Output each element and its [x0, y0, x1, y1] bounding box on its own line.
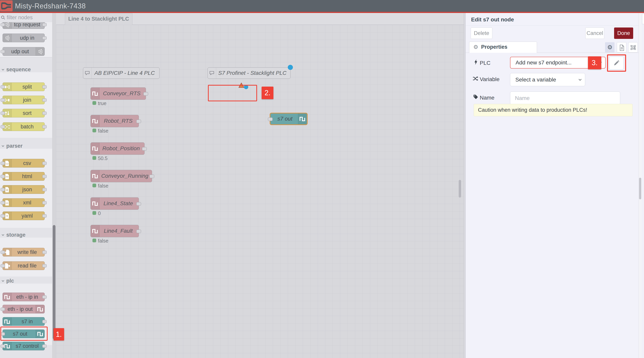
tab-properties[interactable]: ⚙ Properties: [469, 42, 537, 53]
palette-node-yaml[interactable]: Y yaml: [2, 211, 45, 220]
input-port[interactable]: [268, 117, 273, 121]
gear-icon: ⚙: [607, 44, 612, 51]
status-dot-icon: [92, 129, 96, 132]
flow-node-line4-state[interactable]: Line4_State: [90, 197, 139, 210]
flow-node-s7-out-selected[interactable]: s7 out: [270, 113, 308, 125]
palette-category-sequence[interactable]: sequence: [0, 67, 52, 72]
palette-node-sort[interactable]: sort: [2, 109, 45, 117]
palette-node-csv[interactable]: 1,2 csv: [2, 159, 45, 168]
gear-icon: ⚙: [473, 44, 478, 50]
filter-placeholder: filter nodes: [7, 14, 33, 21]
waves-icon: [3, 34, 12, 42]
input-port: [0, 98, 5, 102]
svg-text:Y: Y: [6, 215, 8, 218]
output-port: [42, 295, 46, 299]
palette-node-read-file[interactable]: read file: [2, 261, 45, 270]
flow-node-conveyor-rts[interactable]: Conveyor_RTS: [90, 87, 146, 100]
palette-node-write-file[interactable]: write file: [2, 248, 45, 256]
palette-node-json[interactable]: {} json: [2, 185, 45, 194]
palette-node-s7-in[interactable]: s7 in: [2, 317, 45, 326]
name-input[interactable]: [510, 92, 620, 105]
pulse-icon: [91, 115, 100, 127]
canvas-scrollbar[interactable]: [459, 180, 461, 197]
comment-node-s7-profinet-stacklight-plc[interactable]: S7 Profinet - Stacklight PLC: [208, 67, 290, 79]
palette-node-udp-in[interactable]: udp in: [2, 34, 45, 42]
edit-panel-tabs: ⚙ Properties ⚙: [466, 42, 639, 53]
palette-node-split[interactable]: split: [2, 82, 45, 91]
sidebar-edge-box: [642, 14, 644, 24]
panel-resize-handle[interactable]: [464, 13, 466, 358]
output-port: [42, 201, 46, 204]
svg-text:<>: <>: [6, 176, 8, 178]
input-port: [0, 264, 5, 267]
palette-node-udp-out[interactable]: udp out: [2, 47, 45, 56]
done-button[interactable]: Done: [614, 27, 633, 39]
output-port[interactable]: [136, 120, 141, 123]
output-port[interactable]: [136, 230, 141, 233]
palette-node-html[interactable]: <> html: [2, 172, 45, 181]
document-icon: [619, 45, 625, 51]
name-field-label: Name: [480, 95, 494, 101]
input-port: [0, 345, 5, 348]
flow-node-robot-rts[interactable]: Robot_RTS: [90, 115, 139, 127]
node-red-app: Misty-Redshank-7438 Line 4 to Stacklight…: [0, 0, 644, 358]
plc-select-value: Add new s7 endpoint...: [516, 59, 572, 66]
node-palette: tcp request udp in udp out sequence spli…: [0, 13, 56, 358]
caution-message: Caution when writing data to production …: [474, 104, 632, 116]
palette-category-parser[interactable]: parser: [0, 143, 52, 149]
palette-node-join[interactable]: join: [2, 96, 45, 104]
comment-node-ab-eip-cip-line-4-plc[interactable]: AB EIP/CIP - Line 4 PLC: [83, 67, 160, 79]
output-port: [42, 112, 46, 115]
panel-scrollbar[interactable]: [639, 178, 641, 199]
palette-category-plc[interactable]: plc: [0, 278, 52, 284]
delete-button[interactable]: Delete: [471, 27, 492, 39]
output-port: [42, 188, 46, 191]
status-dot-icon: [92, 183, 96, 187]
input-port: [0, 50, 5, 53]
palette-category-storage[interactable]: storage: [0, 232, 52, 238]
output-port[interactable]: [142, 147, 147, 151]
status-dot-icon: [92, 156, 96, 160]
palette-node-batch[interactable]: batch: [2, 122, 45, 131]
node-label: s7 out: [272, 114, 298, 124]
flow-node-conveyor-running[interactable]: Conveyor_Running: [90, 170, 152, 182]
output-port[interactable]: [136, 202, 141, 206]
flow-canvas[interactable]: AB EIP/CIP - Line 4 PLC S7 Profinet - St…: [56, 25, 464, 358]
palette-node-xml[interactable]: <> xml: [2, 198, 45, 207]
flow-node-line4-fault[interactable]: Line4_Fault: [90, 225, 139, 237]
changed-dot-icon: [288, 65, 293, 70]
palette-node-s7-control[interactable]: s7 control: [2, 342, 45, 350]
comment-icon: [208, 68, 216, 79]
input-port: [0, 85, 5, 89]
pulse-icon: [91, 197, 100, 209]
status-dot-icon: [92, 211, 96, 215]
plc-field-label: PLC: [480, 60, 490, 66]
chevron-down-icon: [1, 279, 5, 283]
input-port: [0, 308, 5, 311]
chevron-down-icon: [578, 78, 582, 82]
chevron-down-icon: [1, 233, 5, 237]
palette-filter[interactable]: filter nodes: [0, 13, 56, 22]
edit-panel-title: Edit s7 out node: [471, 16, 514, 23]
annotation-box-2: [208, 85, 257, 101]
appearance-view-button[interactable]: [628, 42, 638, 52]
palette-node-eth-ip-out[interactable]: eth - ip out: [2, 305, 45, 313]
output-port[interactable]: [144, 92, 148, 96]
pulse-icon: [91, 88, 100, 100]
output-port: [42, 23, 46, 26]
tag-icon: [473, 94, 478, 99]
palette-node-eth-ip-in[interactable]: eth - ip in: [2, 293, 45, 301]
properties-view-button[interactable]: ⚙: [605, 42, 614, 52]
pulse-icon: [91, 170, 100, 182]
output-port: [42, 320, 46, 323]
flow-node-robot-position[interactable]: Robot_Position: [90, 142, 144, 155]
node-appearance-icon: [630, 45, 636, 50]
variable-select[interactable]: Select a variable: [510, 73, 585, 86]
description-view-button[interactable]: [617, 42, 626, 52]
palette-scrollbar[interactable]: [53, 225, 56, 339]
cancel-button[interactable]: Cancel: [586, 27, 604, 39]
pulse-icon: [298, 114, 307, 124]
output-port[interactable]: [150, 175, 154, 178]
tab-line4-to-stacklight-plc[interactable]: Line 4 to Stacklight PLC: [65, 13, 132, 25]
input-port: [0, 125, 5, 128]
